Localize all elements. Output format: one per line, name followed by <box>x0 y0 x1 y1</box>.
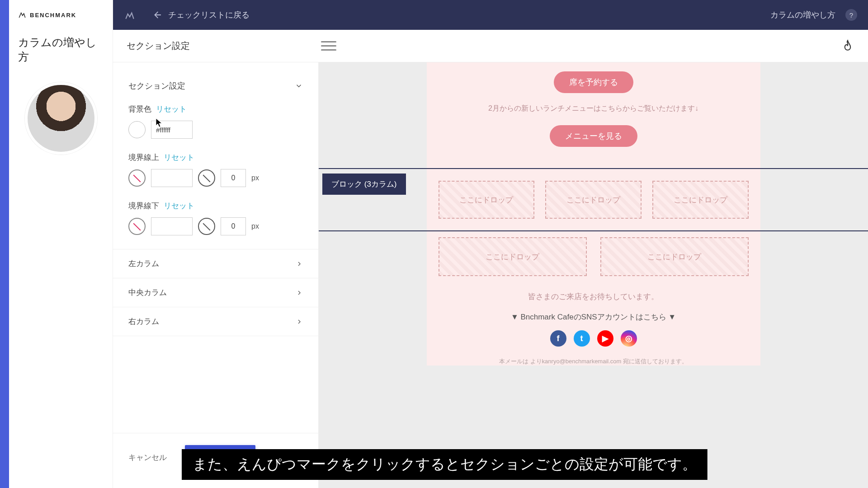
unit-label: px <box>251 222 259 230</box>
menu-button[interactable]: メニューを見る <box>550 125 637 147</box>
activity-icon[interactable] <box>841 39 854 53</box>
border-top-reset[interactable]: リセット <box>164 152 194 163</box>
tutorial-title: カラムの増やし方 <box>18 35 104 64</box>
bg-color-label: 背景色 <box>128 104 151 114</box>
brand-logo: BENCHMARK <box>18 11 104 19</box>
drop-zone[interactable]: ここにドロップ <box>600 237 749 276</box>
border-bottom-color-swatch[interactable] <box>128 218 146 235</box>
hamburger-icon[interactable] <box>321 41 336 51</box>
border-bottom-width-input[interactable] <box>221 217 246 235</box>
cancel-button[interactable]: キャンセル <box>128 452 167 463</box>
fineprint: 本メールは よりkanryo@benchmarkemail.com 宛に送信して… <box>427 357 760 366</box>
border-top-width-input[interactable] <box>221 169 246 187</box>
left-column-label: 左カラム <box>128 258 159 269</box>
chevron-right-icon <box>296 289 303 296</box>
bg-reset[interactable]: リセット <box>156 104 187 114</box>
block-tag[interactable]: ブロック (3カラム) <box>322 174 406 195</box>
visit-text: 皆さまのご来店をお待ちしています。 <box>427 291 760 302</box>
two-column-block[interactable]: ここにドロップ ここにドロップ <box>427 237 760 276</box>
tutorial-caption: また、えんぴつマークをクリックするとセクションごとの設定が可能です。 <box>182 449 708 480</box>
border-top-style-swatch[interactable] <box>198 169 215 187</box>
back-to-checklist[interactable]: チェックリストに戻る <box>152 9 250 20</box>
drop-zone[interactable]: ここにドロップ <box>439 237 587 276</box>
border-bottom-label: 境界線下 <box>128 201 159 211</box>
tutorial-rail <box>0 0 9 488</box>
bg-color-swatch[interactable] <box>128 121 146 138</box>
editor-subbar: セクション設定 <box>113 30 868 62</box>
brand-text: BENCHMARK <box>30 12 76 19</box>
drop-zone[interactable]: ここにドロップ <box>439 181 535 219</box>
chevron-right-icon <box>296 318 303 325</box>
border-bottom-style-swatch[interactable] <box>198 218 215 235</box>
facebook-icon[interactable]: f <box>550 330 566 347</box>
border-top-color-swatch[interactable] <box>128 169 146 187</box>
chevron-right-icon <box>296 260 303 267</box>
subbar-title: セクション設定 <box>127 40 190 52</box>
lunch-text: 2月からの新しいランチメニューはこちらからご覧いただけます↓ <box>427 104 760 113</box>
sns-heading: ▼ Bnchmark CafeのSNSアカウントはこちら ▼ <box>427 312 760 322</box>
right-column-nav[interactable]: 右カラム <box>113 307 318 336</box>
arrow-left-icon <box>152 10 162 20</box>
back-label: チェックリストに戻る <box>168 9 250 20</box>
section-settings-header[interactable]: セクション設定 <box>128 76 303 104</box>
drop-zone[interactable]: ここにドロップ <box>545 181 642 219</box>
youtube-icon[interactable]: ▶ <box>597 330 613 347</box>
topbar-page-title: カラムの増やし方 <box>770 9 835 20</box>
border-top-label: 境界線上 <box>128 152 159 163</box>
drop-zone[interactable]: ここにドロップ <box>652 181 749 219</box>
section-settings-panel: セクション設定 背景色 リセット <box>113 62 319 488</box>
left-column-nav[interactable]: 左カラム <box>113 249 318 278</box>
right-column-label: 右カラム <box>128 316 159 327</box>
chevron-down-icon <box>295 82 303 90</box>
app-topbar: チェックリストに戻る カラムの増やし方 ? <box>113 0 868 30</box>
help-icon[interactable]: ? <box>845 9 857 21</box>
border-top-color-input[interactable] <box>151 169 193 187</box>
center-column-label: 中央カラム <box>128 287 167 298</box>
border-bottom-reset[interactable]: リセット <box>164 201 194 211</box>
instagram-icon[interactable]: ◎ <box>621 330 637 347</box>
presenter-avatar <box>25 82 97 155</box>
border-bottom-color-input[interactable] <box>151 217 193 235</box>
bg-color-input[interactable] <box>151 121 193 139</box>
benchmark-mark-icon <box>18 11 26 19</box>
center-column-nav[interactable]: 中央カラム <box>113 278 318 307</box>
twitter-icon[interactable]: t <box>574 330 590 347</box>
reserve-button[interactable]: 席を予約する <box>554 71 633 93</box>
tutorial-sidebar: BENCHMARK カラムの増やし方 <box>9 0 113 488</box>
app-logo-icon[interactable] <box>124 9 136 21</box>
unit-label: px <box>251 174 259 182</box>
editor-canvas[interactable]: 席を予約する 2月からの新しいランチメニューはこちらからご覧いただけます↓ メニ… <box>319 62 868 488</box>
section-settings-label: セクション設定 <box>128 80 185 91</box>
